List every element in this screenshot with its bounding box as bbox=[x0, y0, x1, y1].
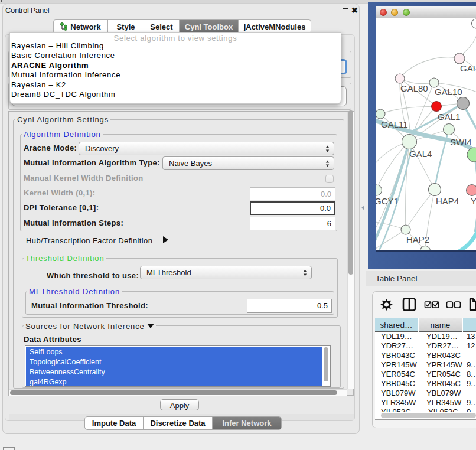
svg-text:GAL4: GAL4 bbox=[409, 149, 432, 159]
svg-text:GAL7: GAL7 bbox=[460, 63, 476, 73]
svg-text:GAL10: GAL10 bbox=[435, 87, 462, 97]
svg-text:HAP4: HAP4 bbox=[436, 196, 459, 206]
svg-text:YBR0: YBR0 bbox=[471, 196, 476, 206]
svg-text:GAL80: GAL80 bbox=[400, 83, 428, 93]
svg-text:GCY1: GCY1 bbox=[376, 196, 399, 206]
svg-text:GAL11: GAL11 bbox=[381, 119, 408, 129]
svg-text:HAP2: HAP2 bbox=[406, 234, 429, 244]
svg-text:GAL1: GAL1 bbox=[438, 112, 460, 122]
svg-text:SWI4: SWI4 bbox=[450, 137, 472, 147]
